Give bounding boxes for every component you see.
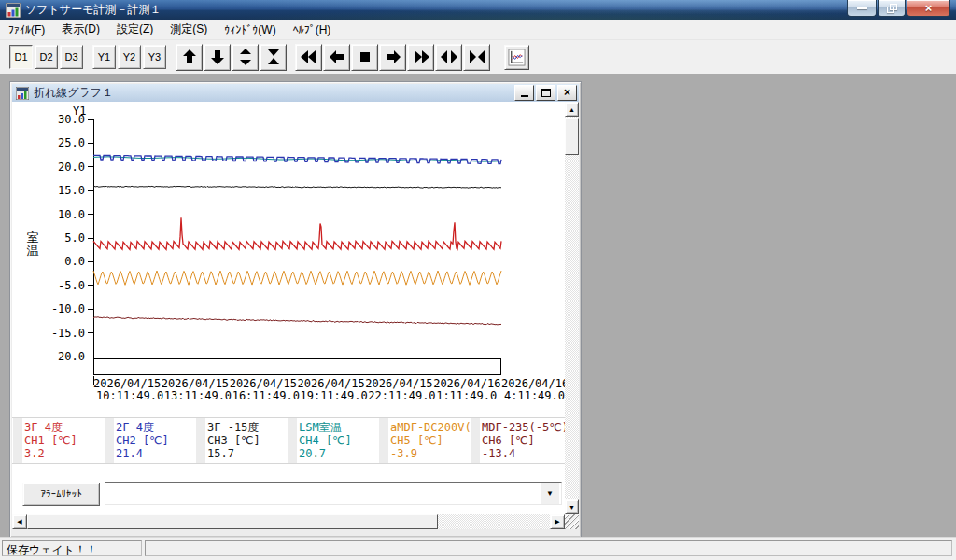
menu-file[interactable]: ﾌｧｲﾙ(F) (0, 21, 53, 38)
step-forward-button[interactable] (379, 44, 406, 71)
stop-button[interactable] (351, 44, 378, 71)
app-icon (6, 3, 21, 18)
channel-unit-label: CH5 [℃] (390, 434, 480, 447)
y2-button[interactable]: Y2 (118, 45, 141, 69)
legend-separator (196, 418, 205, 463)
menu-measure[interactable]: 測定(S) (162, 20, 216, 39)
legend-channel-2: 2F 4度CH2 [℃]21.4 (116, 421, 205, 460)
channel-value: 3.2 (24, 447, 114, 460)
svg-text:19:11:49.0: 19:11:49.0 (301, 389, 368, 402)
vertical-scrollbar[interactable]: ▲ ▼ (565, 102, 579, 514)
svg-text:30.0: 30.0 (58, 113, 85, 126)
graph-minimize-button[interactable] (514, 85, 534, 101)
svg-text:25.0: 25.0 (58, 136, 85, 149)
scroll-up-button[interactable]: ▲ (565, 102, 579, 117)
channel-unit-label: CH1 [℃] (24, 434, 114, 447)
y1-button[interactable]: Y1 (92, 45, 116, 69)
application-window: { "window": { "title": "ソフトサーモ計測－計測１" },… (0, 0, 956, 560)
expand-vertical-button[interactable] (232, 44, 259, 71)
legend-channel-4: LSM室温CH4 [℃]20.7 (299, 421, 388, 460)
status-message: 保存ウェイト！！ (2, 540, 142, 556)
d3-button[interactable]: D3 (60, 45, 83, 69)
d2-button[interactable]: D2 (35, 45, 58, 69)
channel-name: 3F -15度 (207, 421, 297, 434)
svg-text:2026/04/16: 2026/04/16 (501, 377, 565, 390)
series-ch2 (93, 155, 501, 163)
alarm-combobox[interactable]: ▼ (105, 482, 562, 505)
svg-text:2026/04/15: 2026/04/15 (230, 377, 297, 390)
svg-text:2026/04/16: 2026/04/16 (433, 377, 500, 390)
channel-value: -13.4 (482, 447, 571, 460)
collapse-horizontal-button[interactable] (463, 44, 490, 71)
minimize-button[interactable] (847, 0, 877, 17)
status-panel-2 (145, 540, 952, 556)
graph-child-window: 折れ線グラフ１ × Y1室温30.025.020.015.010.05.00.0… (9, 81, 582, 538)
svg-text:20.0: 20.0 (58, 161, 85, 174)
scroll-down-button[interactable]: ▼ (565, 499, 579, 514)
scroll-left-button[interactable]: ◀ (12, 514, 27, 529)
channel-unit-label: CH6 [℃] (482, 434, 571, 447)
expand-horizontal-button[interactable] (435, 44, 462, 71)
channel-unit-label: CH3 [℃] (207, 434, 297, 447)
y3-button[interactable]: Y3 (143, 45, 166, 69)
graph-maximize-icon (541, 89, 551, 97)
graph-window-titlebar[interactable]: 折れ線グラフ１ × (12, 84, 579, 102)
close-button[interactable]: × (907, 0, 950, 17)
restore-button[interactable] (878, 0, 906, 17)
menu-help[interactable]: ﾍﾙﾌﾟ(H) (285, 21, 340, 38)
horizontal-scroll-thumb[interactable] (27, 514, 438, 529)
svg-text:2026/04/15: 2026/04/15 (298, 377, 365, 390)
fit-vertical-button[interactable] (260, 44, 287, 71)
svg-text:-20.0: -20.0 (51, 350, 85, 363)
d1-button[interactable]: D1 (9, 45, 33, 69)
combobox-dropdown-icon[interactable]: ▼ (541, 483, 559, 504)
main-titlebar[interactable]: ソフトサーモ計測－計測１ × (0, 0, 956, 20)
menu-window[interactable]: ｳｨﾝﾄﾞｳ(W) (216, 21, 284, 38)
vertical-scroll-thumb[interactable] (565, 118, 579, 155)
menu-view[interactable]: 表示(D) (53, 20, 108, 39)
series-ch5 (93, 271, 501, 285)
channel-name: LSM室温 (299, 421, 388, 434)
window-title: ソフトサーモ計測－計測１ (25, 2, 161, 18)
graph-maximize-button[interactable] (536, 85, 555, 101)
svg-text:4:11:49.0: 4:11:49.0 (504, 389, 565, 402)
channel-value: -3.9 (390, 447, 480, 460)
channel-legend: 3F 4度CH1 [℃]3.22F 4度CH2 [℃]21.43F -15度CH… (12, 417, 565, 464)
svg-text:13:11:49.0: 13:11:49.0 (164, 389, 232, 402)
alarm-reset-button[interactable]: ｱﾗｰﾑﾘｾｯﾄ (22, 483, 100, 506)
alarm-combobox-input[interactable] (106, 483, 543, 503)
status-bar: 保存ウェイト！！ (0, 537, 956, 560)
toolbar: D1 D2 D3 Y1 Y2 Y3 (0, 40, 956, 74)
graph-display-button[interactable] (504, 45, 529, 70)
svg-text:5.0: 5.0 (64, 231, 85, 245)
move-up-button[interactable] (176, 44, 203, 71)
step-back-button[interactable] (323, 44, 350, 71)
legend-separator (13, 418, 22, 463)
mdi-workspace: 折れ線グラフ１ × Y1室温30.025.020.015.010.05.00.0… (0, 74, 956, 538)
svg-text:22:11:49.0: 22:11:49.0 (368, 389, 435, 402)
graph-window-body: Y1室温30.025.020.015.010.05.00.0-5.0-10.0-… (12, 102, 579, 529)
expand-horizontal-icon (440, 48, 458, 66)
fast-forward-button[interactable] (407, 44, 434, 71)
graph-window-title: 折れ線グラフ１ (34, 85, 113, 101)
svg-text:16:11:49.0: 16:11:49.0 (232, 389, 300, 402)
series-ch1 (93, 217, 501, 249)
svg-text:2026/04/15: 2026/04/15 (93, 377, 161, 390)
channel-name: 3F 4度 (24, 421, 114, 434)
svg-text:室温: 室温 (27, 231, 39, 258)
series-ch6 (93, 317, 501, 325)
graph-close-button[interactable]: × (557, 85, 577, 101)
menu-setting[interactable]: 設定(Z) (108, 20, 162, 39)
scroll-right-button[interactable]: ▶ (550, 514, 565, 529)
channel-name: aMDF-DC200V(+7 (390, 421, 480, 434)
fast-rewind-button[interactable] (295, 44, 322, 71)
channel-value: 20.7 (299, 447, 388, 460)
fit-vertical-icon (264, 48, 283, 66)
resize-grip[interactable] (565, 514, 579, 529)
legend-separator (288, 418, 297, 463)
svg-text:-10.0: -10.0 (51, 302, 85, 315)
legend-separator (379, 418, 388, 463)
move-down-button[interactable] (204, 44, 231, 71)
horizontal-scrollbar[interactable]: ◀ ▶ (12, 514, 565, 529)
fast-rewind-icon (300, 48, 318, 66)
